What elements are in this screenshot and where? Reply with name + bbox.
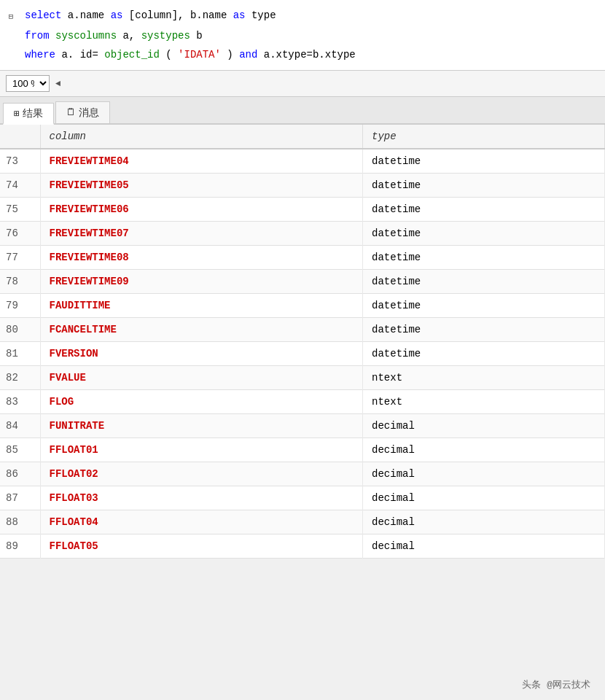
cell-column: FREVIEWTIME09 bbox=[40, 270, 363, 294]
cell-type: datetime bbox=[363, 246, 605, 270]
sql-cond2: a.xtype=b.xtype bbox=[264, 49, 356, 61]
sql-col1: [column], bbox=[129, 9, 184, 21]
cell-type: decimal bbox=[363, 462, 605, 486]
cell-rownum: 86 bbox=[0, 462, 40, 486]
sql-cond1-pre: a. id= bbox=[61, 49, 98, 61]
line-gutter-3 bbox=[0, 45, 22, 47]
cell-column: FLOG bbox=[40, 390, 363, 414]
tab-messages[interactable]: 🗒 消息 bbox=[55, 101, 110, 123]
line-gutter-1: ⊟ bbox=[0, 6, 22, 26]
table-row: 73FREVIEWTIME04datetime bbox=[0, 149, 605, 174]
cell-column: FAUDITTIME bbox=[40, 294, 363, 318]
cell-type: decimal bbox=[363, 438, 605, 462]
table-row: 82FVALUEntext bbox=[0, 366, 605, 390]
sql-line-3: where a. id= object_id ( 'IDATA' ) and a… bbox=[0, 45, 605, 64]
cell-column: FFLOAT04 bbox=[40, 510, 363, 534]
keyword-and: and bbox=[239, 49, 257, 61]
cell-type: decimal bbox=[363, 414, 605, 438]
table-row: 89FFLOAT05decimal bbox=[0, 534, 605, 559]
table-row: 79FAUDITTIMEdatetime bbox=[0, 294, 605, 318]
cell-column: FREVIEWTIME04 bbox=[40, 149, 363, 174]
table-header-row: column type bbox=[0, 125, 605, 149]
sql-b-name: b.name bbox=[190, 9, 233, 21]
cell-rownum: 78 bbox=[0, 270, 40, 294]
sql-func: object_id bbox=[104, 49, 160, 61]
scroll-left-arrow[interactable]: ◄ bbox=[55, 79, 60, 89]
watermark: 头条 @网云技术 bbox=[522, 678, 590, 691]
table-row: 81FVERSIONdatetime bbox=[0, 342, 605, 366]
keyword-select: select bbox=[25, 9, 61, 21]
cell-type: datetime bbox=[363, 318, 605, 342]
cell-rownum: 82 bbox=[0, 366, 40, 390]
cell-type: ntext bbox=[363, 390, 605, 414]
cell-rownum: 84 bbox=[0, 414, 40, 438]
cell-column: FREVIEWTIME08 bbox=[40, 246, 363, 270]
messages-tab-label: 消息 bbox=[79, 106, 99, 120]
cell-rownum: 80 bbox=[0, 318, 40, 342]
cell-type: decimal bbox=[363, 510, 605, 534]
table-row: 77FREVIEWTIME08datetime bbox=[0, 246, 605, 270]
sql-cond1-post: ( bbox=[165, 49, 171, 61]
cell-type: decimal bbox=[363, 534, 605, 559]
cell-rownum: 73 bbox=[0, 149, 40, 174]
cell-column: FFLOAT05 bbox=[40, 534, 363, 559]
cell-column: FREVIEWTIME07 bbox=[40, 222, 363, 246]
cell-column: FVERSION bbox=[40, 342, 363, 366]
cell-column: FREVIEWTIME05 bbox=[40, 174, 363, 198]
sql-table2: systypes bbox=[141, 30, 190, 42]
cell-rownum: 89 bbox=[0, 534, 40, 559]
cell-type: datetime bbox=[363, 222, 605, 246]
cell-column: FREVIEWTIME06 bbox=[40, 198, 363, 222]
col-header-column: column bbox=[40, 125, 363, 149]
table-row: 74FREVIEWTIME05datetime bbox=[0, 174, 605, 198]
sql-paren-close: ) bbox=[227, 49, 233, 61]
table-row: 83FLOGntext bbox=[0, 390, 605, 414]
keyword-as2: as bbox=[233, 9, 246, 21]
col-header-type: type bbox=[363, 125, 605, 149]
keyword-as1: as bbox=[111, 9, 123, 21]
sql-alias2: b bbox=[196, 30, 202, 42]
cell-type: datetime bbox=[363, 342, 605, 366]
table-row: 76FREVIEWTIME07datetime bbox=[0, 222, 605, 246]
keyword-from: from bbox=[25, 30, 50, 42]
collapse-icon-1[interactable]: ⊟ bbox=[9, 12, 14, 21]
cell-rownum: 77 bbox=[0, 246, 40, 270]
sql-editor: ⊟ select a.name as [column], b.name as t… bbox=[0, 0, 605, 71]
table-row: 75FREVIEWTIME06datetime bbox=[0, 198, 605, 222]
sql-string: 'IDATA' bbox=[178, 49, 221, 61]
cell-rownum: 87 bbox=[0, 486, 40, 510]
toolbar: 100 % ◄ bbox=[0, 71, 605, 97]
table-row: 80FCANCELTIMEdatetime bbox=[0, 318, 605, 342]
cell-type: datetime bbox=[363, 174, 605, 198]
cell-type: decimal bbox=[363, 486, 605, 510]
cell-rownum: 75 bbox=[0, 198, 40, 222]
results-tab-label: 结果 bbox=[23, 107, 43, 120]
keyword-where: where bbox=[25, 49, 55, 61]
zoom-select[interactable]: 100 % bbox=[6, 75, 50, 92]
sql-a-name: a.name bbox=[68, 9, 111, 21]
results-area: column type 73FREVIEWTIME04datetime74FRE… bbox=[0, 125, 605, 559]
sql-line-3-text: where a. id= object_id ( 'IDATA' ) and a… bbox=[22, 45, 605, 64]
table-row: 84FUNITRATEdecimal bbox=[0, 414, 605, 438]
cell-column: FFLOAT01 bbox=[40, 438, 363, 462]
cell-type: datetime bbox=[363, 198, 605, 222]
col-header-rownum bbox=[0, 125, 40, 149]
sql-line-1: ⊟ select a.name as [column], b.name as t… bbox=[0, 6, 605, 26]
tab-results[interactable]: ⊞ 结果 bbox=[3, 103, 54, 125]
cell-rownum: 79 bbox=[0, 294, 40, 318]
results-tab-icon: ⊞ bbox=[14, 108, 20, 120]
cell-column: FFLOAT03 bbox=[40, 486, 363, 510]
cell-type: datetime bbox=[363, 270, 605, 294]
sql-alias1: a, bbox=[122, 30, 135, 42]
cell-column: FVALUE bbox=[40, 366, 363, 390]
table-row: 88FFLOAT04decimal bbox=[0, 510, 605, 534]
cell-rownum: 85 bbox=[0, 438, 40, 462]
sql-line-2: from syscolumns a, systypes b bbox=[0, 26, 605, 45]
sql-line-1-text: select a.name as [column], b.name as typ… bbox=[22, 6, 605, 25]
results-table: column type 73FREVIEWTIME04datetime74FRE… bbox=[0, 125, 605, 559]
cell-rownum: 76 bbox=[0, 222, 40, 246]
sql-line-2-text: from syscolumns a, systypes b bbox=[22, 26, 605, 45]
line-gutter-2 bbox=[0, 26, 22, 28]
tabs-bar: ⊞ 结果 🗒 消息 bbox=[0, 97, 605, 125]
cell-rownum: 83 bbox=[0, 390, 40, 414]
